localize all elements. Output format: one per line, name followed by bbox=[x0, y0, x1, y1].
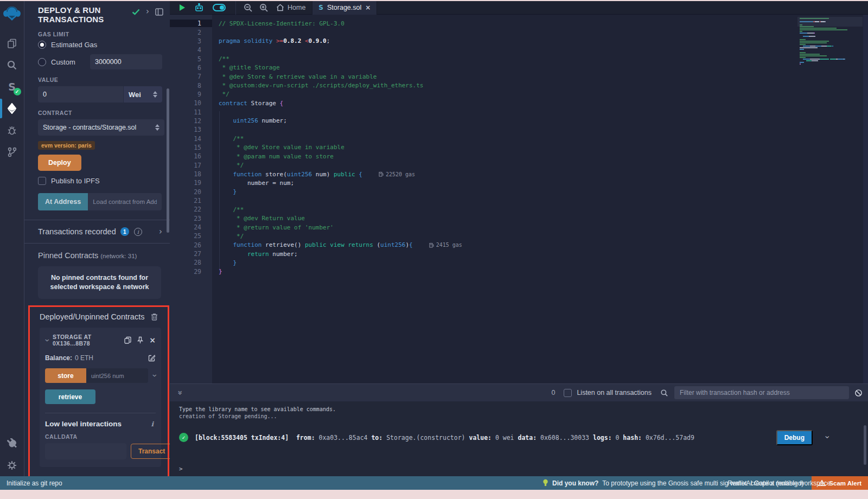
code-line[interactable]: 4 bbox=[170, 46, 868, 54]
deploy-and-run-icon[interactable] bbox=[0, 98, 24, 119]
instance-name: STORAGE AT 0X136...8B78 bbox=[53, 334, 120, 347]
transactions-recorded-row[interactable]: Transactions recorded 1 i › bbox=[24, 220, 170, 243]
code-line[interactable]: 12 uint256 number; bbox=[170, 117, 868, 125]
terminal: » 0 Listen on all transactions Type the … bbox=[170, 383, 868, 476]
code-line[interactable]: 26 function retrieve() public view retur… bbox=[170, 241, 868, 250]
terminal-log[interactable]: Type the library name to see available c… bbox=[170, 401, 868, 476]
code-line[interactable]: 11 bbox=[170, 107, 868, 116]
deploy-button[interactable]: Deploy bbox=[38, 155, 81, 171]
code-line[interactable]: 23 * @dev Return value bbox=[170, 214, 868, 223]
code-line[interactable]: 18 function store(uint256 num) public {2… bbox=[170, 170, 868, 178]
editor-minimap[interactable] bbox=[800, 18, 860, 65]
collapse-terminal-icon[interactable]: » bbox=[175, 390, 185, 395]
terminal-scrollbar[interactable] bbox=[864, 425, 866, 465]
code-line[interactable]: 28 } bbox=[170, 258, 868, 267]
at-address-input[interactable] bbox=[88, 193, 162, 210]
ai-assistant-icon[interactable] bbox=[194, 3, 204, 12]
gas-estimate-badge: 2415 gas bbox=[429, 242, 462, 248]
git-init-status[interactable]: Initialize as git repo bbox=[7, 479, 62, 487]
code-line[interactable]: 22 /** bbox=[170, 205, 868, 214]
code-text: } bbox=[212, 188, 237, 195]
store-arg-input[interactable] bbox=[86, 368, 148, 383]
zoom-in-icon[interactable] bbox=[259, 3, 269, 12]
pin-panel-icon[interactable] bbox=[155, 8, 163, 16]
transaction-log-row[interactable]: ✓ [block:5583405 txIndex:4] from: 0xa03.… bbox=[179, 433, 787, 442]
file-explorer-icon[interactable] bbox=[0, 33, 24, 54]
custom-gas-input[interactable] bbox=[90, 54, 162, 69]
collapse-instance-icon[interactable]: › bbox=[43, 338, 51, 342]
close-tab-icon[interactable]: × bbox=[365, 4, 371, 11]
copilot-toggle[interactable] bbox=[213, 4, 226, 11]
code-line[interactable]: 27 return number; bbox=[170, 250, 868, 258]
code-line[interactable]: 19 number = num; bbox=[170, 178, 868, 187]
panel-scrollbar[interactable] bbox=[167, 88, 169, 233]
code-line[interactable]: 5/** bbox=[170, 54, 868, 63]
copy-address-icon[interactable] bbox=[124, 336, 131, 344]
code-line[interactable]: 2 bbox=[170, 28, 868, 36]
evm-version-badge: evm version: paris bbox=[38, 141, 95, 150]
edit-balance-icon[interactable] bbox=[148, 354, 156, 362]
code-line[interactable]: 17 */ bbox=[170, 161, 868, 170]
debug-button[interactable]: Debug bbox=[776, 430, 813, 445]
terminal-prompt[interactable]: > bbox=[179, 465, 183, 472]
calldata-input[interactable] bbox=[45, 443, 126, 459]
search-icon[interactable] bbox=[0, 54, 24, 76]
code-line[interactable]: 3pragma solidity >=0.8.2 <0.9.0; bbox=[170, 37, 868, 46]
editor-scrollbar[interactable] bbox=[863, 15, 868, 383]
trash-icon[interactable] bbox=[151, 313, 158, 321]
retrieve-function-button[interactable]: retrieve bbox=[45, 389, 95, 404]
code-line[interactable]: 9 */ bbox=[170, 90, 868, 99]
code-line[interactable]: 21 bbox=[170, 196, 868, 205]
code-line[interactable]: 29} bbox=[170, 267, 868, 276]
code-line[interactable]: 24 * @return value of 'number' bbox=[170, 223, 868, 232]
code-line[interactable]: 25 */ bbox=[170, 232, 868, 240]
store-function-button[interactable]: store bbox=[45, 368, 86, 383]
code-line[interactable]: 10contract Storage { bbox=[170, 99, 868, 107]
code-line[interactable]: 15 * @dev Store value in variable bbox=[170, 143, 868, 152]
pin-contract-icon[interactable] bbox=[137, 336, 144, 344]
code-line[interactable]: 8 * @custom:dev-run-script ./scripts/dep… bbox=[170, 81, 868, 89]
expand-args-icon[interactable]: › bbox=[150, 374, 158, 378]
settings-gear-icon[interactable] bbox=[0, 455, 24, 476]
code-line[interactable]: 16 * @param num value to store bbox=[170, 152, 868, 161]
plugin-manager-icon[interactable] bbox=[0, 433, 24, 455]
code-line[interactable]: 1// SPDX-License-Identifier: GPL-3.0 bbox=[170, 19, 868, 28]
clear-console-icon[interactable] bbox=[854, 389, 863, 397]
publish-ipfs-checkbox[interactable] bbox=[38, 177, 46, 185]
solidity-compiler-icon[interactable]: S ✓ bbox=[0, 76, 24, 98]
run-script-icon[interactable] bbox=[180, 4, 185, 11]
custom-gas-radio[interactable] bbox=[38, 58, 46, 66]
code-line[interactable]: 7 * @dev Store & retrieve value in a var… bbox=[170, 72, 868, 81]
code-line[interactable]: 13 bbox=[170, 125, 868, 134]
zoom-out-icon[interactable] bbox=[244, 3, 253, 12]
tab-home[interactable]: Home bbox=[276, 4, 305, 11]
gas-limit-label: GAS LIMIT bbox=[38, 31, 162, 37]
value-unit-select[interactable]: Wei bbox=[124, 86, 162, 103]
contract-select[interactable]: Storage - contracts/Storage.sol bbox=[38, 119, 164, 136]
git-icon[interactable] bbox=[0, 141, 24, 163]
editor-toolbar: Home S Storage.sol × bbox=[170, 1, 868, 15]
remix-logo-icon[interactable] bbox=[3, 4, 21, 25]
expand-tx-icon[interactable]: › bbox=[822, 436, 832, 439]
value-input[interactable] bbox=[38, 86, 123, 103]
debugger-icon[interactable] bbox=[0, 119, 24, 141]
code-line[interactable]: 14 /** bbox=[170, 134, 868, 143]
code-editor[interactable]: 1// SPDX-License-Identifier: GPL-3.023pr… bbox=[170, 15, 868, 383]
code-area[interactable]: 1// SPDX-License-Identifier: GPL-3.023pr… bbox=[170, 19, 868, 276]
estimated-gas-radio[interactable] bbox=[38, 41, 46, 49]
transact-button[interactable]: Transact bbox=[131, 444, 173, 459]
at-address-button[interactable]: At Address bbox=[38, 193, 88, 210]
listen-all-checkbox[interactable] bbox=[564, 389, 572, 397]
pinned-network-suffix: (network: 31) bbox=[100, 253, 137, 259]
minimap-line bbox=[800, 36, 860, 37]
low-level-info-icon[interactable]: i bbox=[151, 420, 154, 428]
expand-recorded-icon[interactable]: › bbox=[159, 228, 162, 236]
close-instance-icon[interactable]: × bbox=[149, 336, 156, 344]
lightbulb-icon bbox=[542, 479, 548, 487]
tx-filter-input[interactable] bbox=[674, 386, 849, 399]
code-text: function store(uint256 num) public {2252… bbox=[212, 171, 415, 178]
panel-forward-icon[interactable]: › bbox=[146, 8, 149, 16]
code-line[interactable]: 6 * @title Storage bbox=[170, 63, 868, 72]
code-line[interactable]: 20 } bbox=[170, 188, 868, 196]
tab-storage-sol[interactable]: S Storage.sol × bbox=[312, 1, 377, 15]
